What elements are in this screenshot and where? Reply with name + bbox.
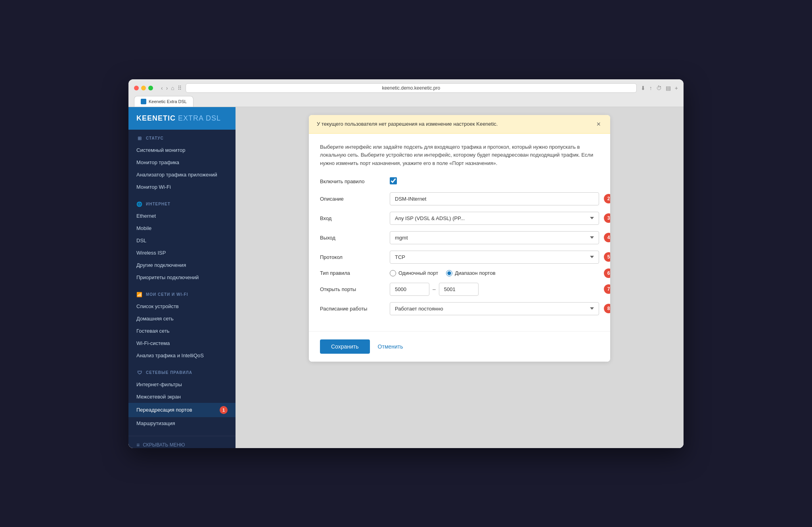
range-port-label: Диапазон портов [455,270,495,276]
minimize-traffic-light[interactable] [141,86,146,90]
input-select[interactable]: Any ISP (VDSL & ADSL) (PP... [390,212,599,225]
input-label: Вход [320,215,383,221]
sidebar-item-other-connections[interactable]: Другие подключения [128,259,236,271]
output-label: Выход [320,235,383,241]
sidebar-item-routing[interactable]: Маршрутизация [128,417,236,429]
browser-navigation: ‹ › ⌂ ⠿ [161,85,182,91]
history-icon[interactable]: ⏱ [656,85,662,91]
form-footer: Сохранить Отменить [309,331,610,362]
browser-window: ‹ › ⌂ ⠿ keenetic.demo.keenetic.pro ⬇ ↑ ⏱… [128,79,684,448]
model-name: EXTRA DSL [178,114,221,122]
sidebar-hide-menu[interactable]: ≡ СКРЫВАТЬ МЕНЮ [128,436,236,448]
sidebar-section-title-status: ⊞ СТАТУС [128,135,236,144]
tab-bar: Keenetic Extra DSL [134,96,678,107]
sidebar-logo: KEENETIC EXTRA DSL [128,107,236,130]
active-tab[interactable]: Keenetic Extra DSL [134,96,193,107]
sidebar-section-network: 📶 МОИ СЕТИ И WI-FI Список устройств Дома… [128,286,236,364]
output-select[interactable]: mgmt [390,231,599,244]
range-port-option[interactable]: Диапазон портов [446,270,495,276]
protocol-control: TCP UDP TCP/UDP Any [390,251,599,264]
single-port-option[interactable]: Одиночный порт [390,270,438,276]
new-tab-icon[interactable]: + [675,85,678,91]
home-button[interactable]: ⌂ [171,85,174,91]
port-separator: – [433,286,436,292]
protocol-label: Протокол [320,254,383,260]
sidebar-item-system-monitor[interactable]: Системный монитор [128,144,236,156]
port-from-input[interactable] [390,283,429,296]
download-icon[interactable]: ⬇ [641,85,645,91]
sidebar-item-home-network[interactable]: Домашняя сеть [128,312,236,325]
single-port-radio[interactable] [390,270,396,276]
alert-message: У текущего пользователя нет разрешения н… [317,121,498,127]
sidebar-item-device-list[interactable]: Список устройств [128,300,236,312]
rule-type-radio-group: Одиночный порт Диапазон портов [390,270,599,276]
sidebar-item-wifi-monitor[interactable]: Монитор Wi-Fi [128,181,236,193]
sidebar-item-firewall[interactable]: Межсетевой экран [128,391,236,403]
sidebar-item-traffic-analysis[interactable]: Анализ трафика и IntelliQoS [128,349,236,362]
description-label: Описание [320,196,383,202]
port-range-group: – [390,283,599,296]
schedule-select[interactable]: Работает постоянно [390,302,599,315]
app-container: KEENETIC EXTRA DSL ⊞ СТАТУС Системный мо… [128,107,684,448]
address-bar[interactable]: keenetic.demo.keenetic.pro [186,83,637,93]
globe-icon: 🌐 [136,201,143,207]
enable-rule-checkbox[interactable] [390,177,397,184]
step-badge-8: 8 [604,304,610,313]
close-traffic-light[interactable] [134,86,139,90]
step-badge-6: 6 [604,268,610,278]
form-description: Выберите интерфейс или задайте подсеть д… [320,143,599,168]
rule-type-label: Тип правила [320,270,383,276]
description-input[interactable] [390,192,599,205]
maximize-traffic-light[interactable] [148,86,153,90]
traffic-lights [134,86,153,90]
step-badge-5: 5 [604,252,610,262]
schedule-row: Расписание работы Работает постоянно 8 [320,302,599,315]
sidebar-section-internet: 🌐 ИНТЕРНЕТ Ethernet Mobile DSL Wireless … [128,195,236,286]
step-badge-2: 2 [604,194,610,203]
alert-banner: У текущего пользователя нет разрешения н… [309,115,610,134]
sidebar-item-ethernet[interactable]: Ethernet [128,210,236,222]
browser-chrome: ‹ › ⌂ ⠿ keenetic.demo.keenetic.pro ⬇ ↑ ⏱… [128,79,684,107]
back-button[interactable]: ‹ [161,85,163,91]
menu-icon: ≡ [136,442,140,448]
description-row: Описание 2 [320,192,599,205]
sidebar-item-guest-network[interactable]: Гостевая сеть [128,325,236,337]
content-panel: У текущего пользователя нет разрешения н… [309,115,610,362]
share-icon[interactable]: ↑ [649,85,652,91]
sidebar-section-title-network: 📶 МОИ СЕТИ И WI-FI [128,291,236,300]
input-row: Вход Any ISP (VDSL & ADSL) (PP... 3 [320,212,599,225]
sidebar-item-wireless-isp[interactable]: Wireless ISP [128,247,236,259]
save-button[interactable]: Сохранить [320,339,370,354]
protocol-select[interactable]: TCP UDP TCP/UDP Any [390,251,599,264]
grid-button[interactable]: ⠿ [178,85,182,91]
tab-label: Keenetic Extra DSL [149,99,187,104]
wifi-icon: 📶 [136,291,143,298]
open-ports-row: Открыть порты – 7 [320,283,599,296]
sidebar-item-traffic-monitor[interactable]: Монитор трафика [128,156,236,169]
rule-type-row: Тип правила Одиночный порт Диапазон порт… [320,270,599,276]
port-to-input[interactable] [439,283,479,296]
schedule-label: Расписание работы [320,306,383,312]
sidebar-item-internet-filters[interactable]: Интернет-фильтры [128,378,236,391]
sidebar-item-dsl[interactable]: DSL [128,234,236,247]
sidebar: KEENETIC EXTRA DSL ⊞ СТАТУС Системный мо… [128,107,236,448]
open-ports-control: – [390,283,599,296]
sidebar-item-wifi-system[interactable]: Wi-Fi-система [128,337,236,349]
tab-favicon [141,99,146,104]
sidebar-item-connection-priorities[interactable]: Приоритеты подключений [128,271,236,284]
step-badge-7: 7 [604,284,610,294]
sidebar-toggle-icon[interactable]: ▤ [666,85,671,91]
cancel-button[interactable]: Отменить [378,343,403,350]
grid-icon: ⊞ [136,135,143,142]
enable-rule-row: Включить правило [320,177,599,186]
forward-button[interactable]: › [166,85,168,91]
output-control: mgmt [390,231,599,244]
alert-close-button[interactable]: × [595,121,602,128]
sidebar-item-app-traffic[interactable]: Анализатор трафика приложений [128,169,236,181]
range-port-radio[interactable] [446,270,452,276]
shield-icon: 🛡 [136,370,143,376]
description-control [390,192,599,205]
sidebar-item-mobile[interactable]: Mobile [128,222,236,234]
input-control: Any ISP (VDSL & ADSL) (PP... [390,212,599,225]
sidebar-item-port-forwarding[interactable]: Переадресация портов 1 [128,403,236,417]
